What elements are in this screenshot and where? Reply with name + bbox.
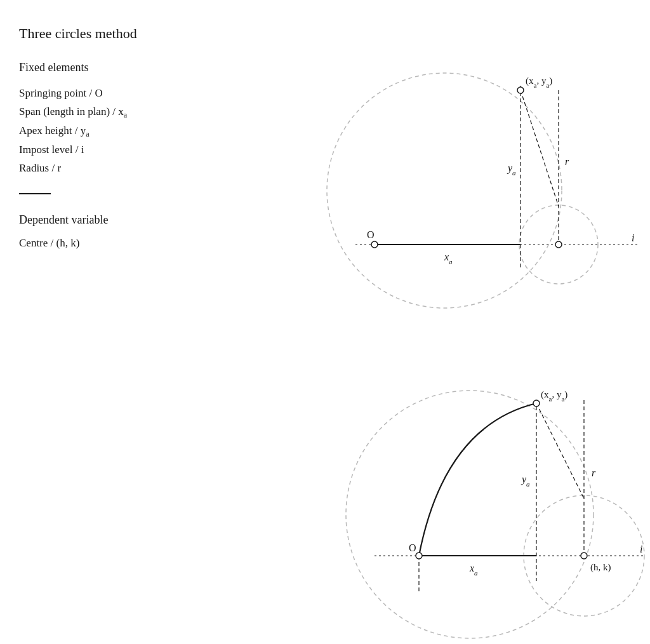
- svg-text:i: i: [640, 544, 642, 554]
- svg-point-11: [555, 241, 562, 248]
- divider: [19, 193, 51, 194]
- elements-list: Springing point / O Span (length in plan…: [19, 84, 248, 178]
- page-title: Three circles method: [19, 25, 248, 42]
- svg-text:r: r: [565, 156, 569, 167]
- diagrams-svg: O (xa, ya) i ya r xa: [248, 19, 650, 641]
- section1-label: Fixed elements: [19, 61, 248, 74]
- svg-text:ya: ya: [521, 474, 530, 488]
- svg-text:i: i: [632, 232, 634, 243]
- svg-line-5: [521, 90, 559, 206]
- right-panel: O (xa, ya) i ya r xa: [248, 19, 650, 625]
- list-item: Span (length in plan) / xa: [19, 103, 248, 122]
- list-item: Impost level / i: [19, 141, 248, 159]
- svg-text:xa: xa: [444, 252, 453, 265]
- svg-point-24: [416, 553, 422, 559]
- svg-text:ya: ya: [507, 163, 516, 177]
- list-item: Springing point / O: [19, 84, 248, 103]
- svg-point-16: [346, 391, 594, 638]
- svg-text:r: r: [592, 467, 596, 478]
- svg-point-9: [517, 87, 524, 93]
- svg-point-7: [371, 241, 378, 248]
- list-item: Radius / r: [19, 159, 248, 178]
- section2-label: Dependent variable: [19, 213, 248, 227]
- svg-text:O: O: [409, 542, 416, 553]
- svg-line-21: [536, 403, 584, 499]
- svg-text:O: O: [367, 229, 375, 240]
- svg-point-28: [581, 553, 587, 559]
- svg-text:xa: xa: [469, 563, 478, 577]
- svg-point-26: [533, 400, 540, 406]
- centre-label: Centre / (h, k): [19, 237, 248, 250]
- page-container: Three circles method Fixed elements Spri…: [0, 0, 650, 644]
- list-item: Apex height / ya: [19, 122, 248, 141]
- svg-text:(h, k): (h, k): [590, 562, 611, 573]
- left-panel: Three circles method Fixed elements Spri…: [19, 19, 248, 625]
- svg-text:(xa, ya): (xa, ya): [541, 389, 567, 403]
- svg-text:(xa, ya): (xa, ya): [526, 76, 552, 89]
